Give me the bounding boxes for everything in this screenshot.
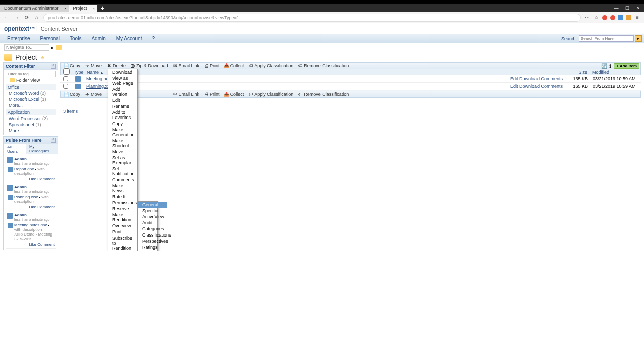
search-go-button[interactable]: ▸ (635, 35, 642, 42)
filter-input[interactable] (6, 71, 56, 77)
print-button[interactable]: 🖨Print (202, 63, 222, 69)
ctx-rate-it[interactable]: Rate It (108, 194, 137, 200)
folder-view-item[interactable]: Folder View (6, 77, 56, 83)
ext-icon[interactable] (618, 15, 624, 21)
more-link[interactable]: More... (6, 102, 56, 108)
menu-tools[interactable]: Tools (65, 36, 86, 41)
row-checkbox[interactable] (63, 76, 68, 81)
refresh-icon[interactable]: 🔄 (602, 63, 607, 68)
menu-personal[interactable]: Personal (35, 36, 65, 41)
menu-myaccount[interactable]: My Account (111, 36, 147, 41)
browser-tab-0[interactable]: Documentum Administrator × (0, 5, 69, 12)
ctx-reserve[interactable]: Reserve (108, 206, 137, 212)
comments-link[interactable]: Comments (541, 76, 563, 81)
print-button[interactable]: 🖨Print (202, 91, 222, 97)
comments-link[interactable]: Comments (541, 84, 563, 89)
move-button[interactable]: ➜Move (83, 91, 104, 97)
pulse-username[interactable]: Admin (14, 157, 27, 161)
ctx-sub-ratings[interactable]: Ratings (138, 244, 167, 250)
ctx-make-news[interactable]: Make News (108, 183, 137, 194)
like-button[interactable]: Like (29, 242, 36, 247)
refresh-button[interactable]: ⟳ (23, 14, 30, 21)
comment-button[interactable]: Comment (37, 177, 55, 181)
ctx-add-to-favorites[interactable]: Add to Favorites (108, 109, 137, 121)
move-button[interactable]: ➜Move (83, 63, 104, 69)
download-link[interactable]: Download (519, 84, 540, 89)
email-button[interactable]: ✉Email Link (171, 91, 202, 97)
ctx-sub-perspectives[interactable]: Perspectives (138, 238, 167, 244)
home-button[interactable]: ⌂ (33, 14, 40, 21)
ctx-print[interactable]: Print (108, 229, 137, 235)
ctx-copy[interactable]: Copy (108, 121, 137, 127)
ctx-set-as-exemplar[interactable]: Set as Exemplar (108, 155, 137, 166)
comment-button[interactable]: Comment (37, 242, 55, 247)
minimize-button[interactable]: — (613, 6, 620, 11)
ctx-sub-specific[interactable]: Specific (138, 208, 167, 214)
ctx-sub-audit[interactable]: Audit (138, 220, 167, 226)
collapse-icon[interactable]: ˄ (51, 138, 56, 143)
apply-class-button[interactable]: 🏷Apply Classification (246, 91, 295, 97)
menu-admin[interactable]: Admin (86, 36, 111, 41)
col-size[interactable]: Size (565, 70, 590, 75)
remove-class-button[interactable]: 🏷Remove Classification (296, 63, 351, 69)
close-window-button[interactable]: × (635, 6, 642, 11)
ctx-download[interactable]: Download (108, 69, 137, 75)
pulse-doc-link[interactable]: Planning.xlsx (14, 195, 38, 199)
folder-icon[interactable] (56, 45, 62, 50)
navigate-select[interactable] (4, 44, 49, 51)
copy-button[interactable]: 📄Copy (62, 91, 82, 97)
collapse-icon[interactable]: ˄ (51, 64, 56, 69)
pulse-tab-allusers[interactable]: All Users (4, 144, 26, 154)
ctx-comments[interactable]: Comments (108, 177, 137, 183)
info-icon[interactable]: ℹ (608, 63, 613, 68)
pulse-doc-link[interactable]: Meeting notes.doc (14, 223, 47, 227)
help-icon[interactable]: ? (147, 36, 160, 41)
edit-link[interactable]: Edit (510, 84, 518, 89)
ctx-sub-classifications[interactable]: Classifications (138, 232, 167, 238)
delete-button[interactable]: ✖Delete (104, 63, 128, 69)
forward-button[interactable]: → (13, 14, 20, 21)
ctx-add-version[interactable]: Add Version (108, 86, 137, 97)
browser-tab-1[interactable]: Project × (69, 5, 97, 12)
table-row[interactable]: Meeting notes.doc Edit Download Comments… (60, 75, 641, 83)
search-input[interactable] (579, 35, 634, 42)
col-type[interactable]: Type (72, 70, 85, 75)
add-item-button[interactable]: +Add Item (614, 63, 639, 69)
ctx-make-shortcut[interactable]: Make Shortcut (108, 138, 137, 149)
maximize-button[interactable]: ☐ (624, 6, 631, 11)
table-row[interactable]: Planning.xlsx Edit Download Comments 165… (60, 83, 641, 90)
email-button[interactable]: ✉Email Link (171, 63, 202, 69)
apply-class-button[interactable]: 🏷Apply Classification (246, 63, 295, 69)
ctx-overview[interactable]: Overview (108, 223, 137, 229)
ctx-move[interactable]: Move (108, 149, 137, 155)
collect-button[interactable]: 📥Collect (222, 91, 246, 97)
pulse-tab-colleagues[interactable]: My Colleagues (26, 144, 58, 154)
ctx-view-as-web-page[interactable]: View as Web Page (108, 75, 137, 86)
ext-icon[interactable] (602, 15, 608, 21)
more-link[interactable]: More... (6, 128, 56, 134)
like-button[interactable]: Like (29, 177, 36, 181)
go-icon[interactable]: ▸ (51, 45, 54, 50)
ctx-sub-references[interactable]: References (138, 250, 167, 251)
col-name[interactable]: Name ▲ (85, 70, 500, 75)
zip-button[interactable]: 🗜Zip & Download (128, 63, 170, 69)
remove-class-button[interactable]: 🏷Remove Classification (296, 91, 351, 97)
like-button[interactable]: Like (29, 205, 36, 209)
sidebar-item[interactable]: Word Processor (2) (6, 115, 56, 122)
url-input[interactable]: prod-otcs-demo-01.xillio.com/otcs/cs.exe… (43, 14, 581, 22)
ctx-edit[interactable]: Edit (108, 97, 137, 103)
collect-button[interactable]: 📥Collect (222, 63, 246, 69)
sidebar-item[interactable]: Microsoft Excel (1) (6, 96, 56, 102)
col-modified[interactable]: Modified (590, 70, 640, 75)
ctx-subscribe-to-rendition[interactable]: Subscribe to Rendition (108, 235, 137, 251)
back-button[interactable]: ← (3, 14, 10, 21)
pulse-username[interactable]: Admin (14, 185, 27, 189)
ctx-rename[interactable]: Rename (108, 103, 137, 109)
ctx-set-notification[interactable]: Set Notification (108, 166, 137, 177)
favorite-icon[interactable]: ★ (40, 55, 45, 60)
menu-enterprise[interactable]: Enterprise (2, 36, 35, 41)
select-all-checkbox[interactable] (63, 68, 70, 75)
sidebar-item[interactable]: Spreadsheet (1) (6, 122, 56, 128)
row-checkbox[interactable] (63, 84, 68, 89)
sidebar-item[interactable]: Microsoft Word (2) (6, 90, 56, 96)
